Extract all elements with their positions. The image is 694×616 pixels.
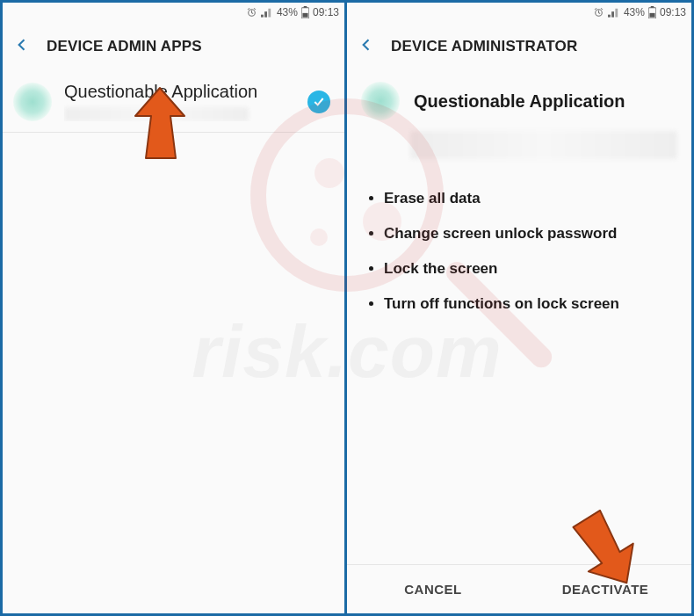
permission-item: Lock the screen bbox=[384, 259, 669, 279]
header: DEVICE ADMINISTRATOR bbox=[347, 22, 691, 71]
app-header: Questionable Application bbox=[347, 71, 691, 131]
deactivate-button[interactable]: DEACTIVATE bbox=[519, 565, 691, 613]
screen-admin-detail: 43% 09:13 DEVICE ADMINISTRATOR Questiona… bbox=[347, 0, 694, 616]
status-time: 09:13 bbox=[313, 6, 339, 18]
app-icon bbox=[13, 83, 52, 121]
back-icon[interactable] bbox=[13, 36, 31, 57]
permission-item: Change screen unlock password bbox=[384, 224, 669, 243]
app-name: Questionable Application bbox=[64, 82, 295, 102]
cancel-button[interactable]: CANCEL bbox=[347, 565, 519, 613]
permission-item: Erase all data bbox=[384, 189, 669, 208]
app-name: Questionable Application bbox=[414, 91, 625, 112]
app-subtitle-blurred bbox=[64, 107, 249, 121]
battery-pct: 43% bbox=[277, 6, 298, 18]
status-bar: 43% 09:13 bbox=[347, 3, 691, 22]
battery-pct: 43% bbox=[624, 6, 645, 18]
page-title: DEVICE ADMINISTRATOR bbox=[391, 38, 577, 55]
app-icon bbox=[361, 82, 400, 120]
svg-rect-4 bbox=[651, 6, 654, 8]
page-title: DEVICE ADMIN APPS bbox=[47, 38, 202, 55]
screen-admin-apps: 43% 09:13 DEVICE ADMIN APPS Questionable… bbox=[0, 0, 347, 616]
header: DEVICE ADMIN APPS bbox=[3, 22, 344, 71]
app-description-blurred bbox=[410, 131, 677, 159]
back-icon[interactable] bbox=[358, 36, 375, 57]
status-bar: 43% 09:13 bbox=[3, 3, 344, 22]
status-time: 09:13 bbox=[660, 6, 686, 18]
button-bar: CANCEL DEACTIVATE bbox=[347, 564, 691, 613]
svg-rect-5 bbox=[649, 13, 654, 18]
permission-item: Turn off functions on lock screen bbox=[384, 294, 669, 314]
app-list-item[interactable]: Questionable Application bbox=[3, 71, 344, 133]
alarm-icon bbox=[246, 7, 257, 18]
battery-icon bbox=[648, 6, 656, 18]
checked-icon bbox=[307, 91, 330, 113]
svg-rect-2 bbox=[302, 13, 307, 18]
signal-icon bbox=[261, 7, 273, 18]
alarm-icon bbox=[593, 7, 604, 18]
permission-list: Erase all data Change screen unlock pass… bbox=[347, 166, 691, 330]
battery-icon bbox=[301, 6, 309, 18]
svg-rect-1 bbox=[304, 6, 307, 8]
signal-icon bbox=[608, 7, 620, 18]
